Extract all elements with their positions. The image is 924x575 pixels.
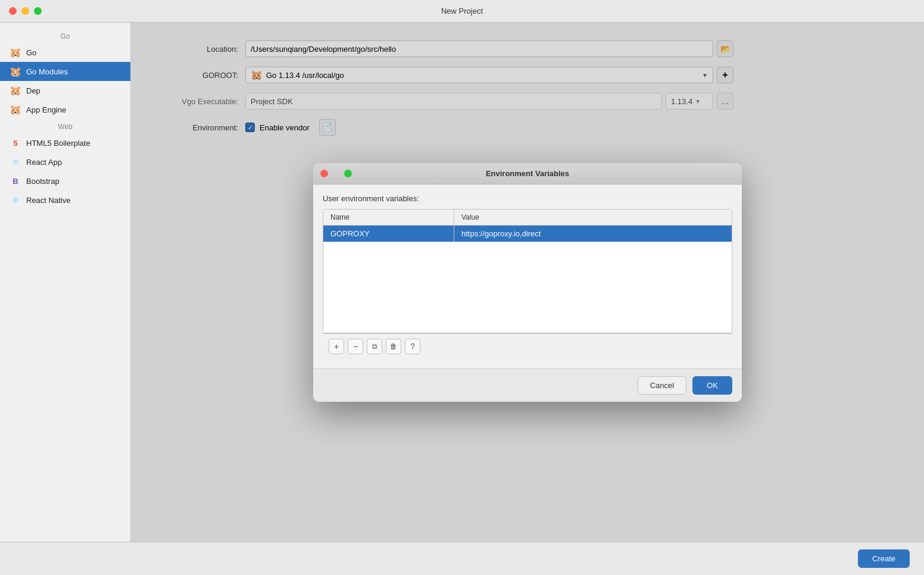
app-engine-icon: 🐹: [10, 104, 21, 115]
dialog-maximize-button[interactable]: [344, 170, 352, 177]
minimize-button[interactable]: [21, 7, 29, 15]
go-modules-icon: 🐹: [10, 65, 21, 77]
env-toolbar: + − ⧉ 🗑 ?: [323, 333, 732, 359]
env-table-body: GOPROXY https://goproxy.io,direct: [323, 226, 732, 333]
col-value-header: Value: [454, 210, 732, 225]
title-bar: New Project: [0, 0, 924, 23]
sidebar-label-go-modules: Go Modules: [26, 67, 68, 76]
main-content: Go 🐹 Go 🐹 Go Modules 🐹 Dep 🐹 App Engine …: [0, 23, 924, 542]
sidebar-item-react-app[interactable]: ⚛ React App: [0, 152, 130, 171]
bootstrap-icon: B: [10, 175, 21, 187]
sidebar-label-dep: Dep: [26, 86, 40, 95]
ok-button[interactable]: OK: [692, 376, 732, 395]
env-remove-icon: −: [353, 342, 358, 351]
env-cell-name: GOPROXY: [323, 226, 454, 242]
table-row[interactable]: GOPROXY https://goproxy.io,direct: [323, 226, 732, 242]
env-table-empty-area: [323, 242, 732, 326]
environment-variables-dialog: Environment Variables User environment v…: [313, 163, 742, 402]
sidebar-item-dep[interactable]: 🐹 Dep: [0, 81, 130, 100]
col-name-header: Name: [323, 210, 454, 225]
env-add-button[interactable]: +: [329, 339, 344, 354]
close-button[interactable]: [9, 7, 17, 15]
sidebar-section-web: Web: [0, 119, 130, 133]
sidebar-label-react-app: React App: [26, 158, 62, 167]
dialog-close-button[interactable]: [320, 170, 328, 177]
go-icon: 🐹: [10, 46, 21, 58]
dialog-footer: Cancel OK: [313, 368, 742, 402]
dialog-titlebar: Environment Variables: [313, 163, 742, 185]
react-native-icon: ⚛: [10, 194, 21, 206]
window-title: New Project: [441, 7, 483, 15]
sidebar: Go 🐹 Go 🐹 Go Modules 🐹 Dep 🐹 App Engine …: [0, 23, 131, 542]
dialog-window-controls: [320, 170, 352, 177]
dialog-subtitle: User environment variables:: [323, 194, 732, 203]
main-panel: Location: /Users/sunqiang/Development/go…: [131, 23, 924, 542]
create-button[interactable]: Create: [858, 549, 910, 568]
bottom-bar: Create: [0, 542, 924, 575]
cancel-button[interactable]: Cancel: [638, 376, 686, 395]
env-copy-icon: ⧉: [372, 342, 377, 351]
sidebar-label-react-native: React Native: [26, 196, 70, 205]
env-paste-button[interactable]: 🗑: [386, 339, 401, 354]
html5-icon: 5: [10, 137, 21, 149]
sidebar-label-html5: HTML5 Boilerplate: [26, 139, 90, 148]
env-table: Name Value GOPROXY https://goproxy.io,di…: [323, 209, 732, 333]
sidebar-item-app-engine[interactable]: 🐹 App Engine: [0, 100, 130, 119]
sidebar-item-react-native[interactable]: ⚛ React Native: [0, 190, 130, 210]
sidebar-section-go: Go: [0, 29, 130, 43]
env-help-icon: ?: [410, 342, 415, 351]
sidebar-label-go: Go: [26, 48, 36, 57]
dialog-body: User environment variables: Name Value G…: [313, 185, 742, 368]
dialog-overlay: Environment Variables User environment v…: [131, 23, 924, 542]
env-add-icon: +: [334, 342, 339, 351]
env-remove-button[interactable]: −: [348, 339, 363, 354]
env-help-button[interactable]: ?: [405, 339, 420, 354]
sidebar-item-go[interactable]: 🐹 Go: [0, 43, 130, 62]
env-table-header: Name Value: [323, 210, 732, 226]
sidebar-item-bootstrap[interactable]: B Bootstrap: [0, 171, 130, 190]
env-paste-icon: 🗑: [390, 342, 397, 351]
sidebar-item-html5[interactable]: 5 HTML5 Boilerplate: [0, 133, 130, 152]
env-cell-value: https://goproxy.io,direct: [454, 226, 732, 242]
env-copy-button[interactable]: ⧉: [367, 339, 382, 354]
dialog-title: Environment Variables: [486, 169, 569, 178]
sidebar-label-app-engine: App Engine: [26, 105, 66, 114]
sidebar-label-bootstrap: Bootstrap: [26, 177, 60, 186]
window-controls: [9, 7, 42, 15]
dep-icon: 🐹: [10, 85, 21, 96]
maximize-button[interactable]: [34, 7, 42, 15]
react-app-icon: ⚛: [10, 156, 21, 168]
sidebar-item-go-modules[interactable]: 🐹 Go Modules: [0, 62, 130, 81]
dialog-minimize-button[interactable]: [332, 170, 340, 177]
